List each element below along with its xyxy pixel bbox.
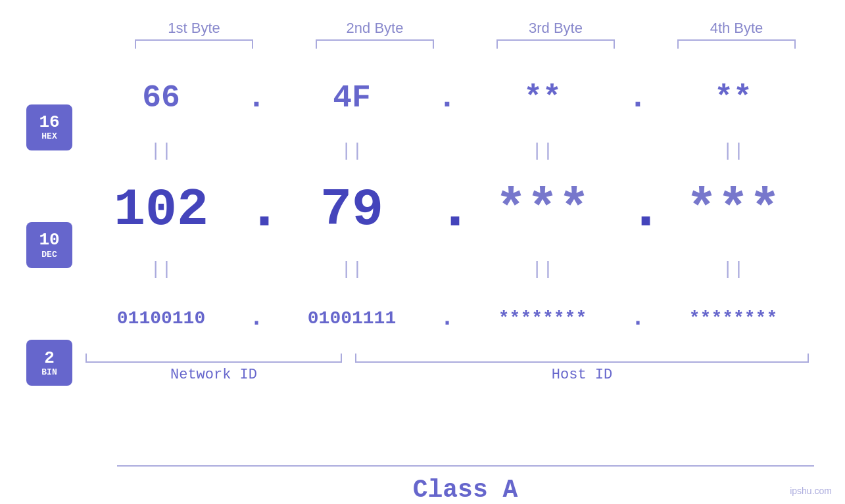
bottom-brackets-container <box>85 354 809 363</box>
bin-row: 01100110 . 01001111 . ******** . *******… <box>85 285 809 351</box>
hex-val-4: ** <box>667 80 799 116</box>
eq2-2: || <box>286 259 418 279</box>
hex-num: 16 <box>39 113 59 132</box>
hex-val-1: 66 <box>95 80 227 116</box>
bracket-2 <box>316 39 434 49</box>
hex-dot-3: . <box>628 80 648 116</box>
hex-val-3: ** <box>477 80 608 116</box>
eq2-1: || <box>95 259 227 279</box>
dec-val-1: 102 <box>95 180 227 240</box>
eq-1: || <box>95 141 227 161</box>
hex-dot-2: . <box>437 80 457 116</box>
dec-label: DEC <box>41 250 57 260</box>
host-bracket <box>355 354 809 363</box>
bracket-3 <box>496 39 615 49</box>
eq-3: || <box>477 141 608 161</box>
bin-val-3: ******** <box>477 308 608 329</box>
content-area: 16 HEX 10 DEC 2 BIN 66 . 4F . ** . ** <box>0 62 845 461</box>
base-labels: 16 HEX 10 DEC 2 BIN <box>0 62 85 461</box>
byte-header-2: 2nd Byte <box>309 20 441 37</box>
bin-dot-2: . <box>437 305 457 332</box>
bin-dot-3: . <box>628 305 648 332</box>
dec-dot-3: . <box>628 176 648 243</box>
watermark: ipshu.com <box>790 486 832 496</box>
dec-dot-1: . <box>247 176 266 243</box>
bin-dot-1: . <box>247 305 266 332</box>
hex-val-2: 4F <box>286 80 418 116</box>
eq2-3: || <box>477 259 608 279</box>
equals-row-2: || || || || <box>85 252 809 285</box>
dec-val-3: *** <box>477 180 608 240</box>
byte-header-3: 3rd Byte <box>490 20 621 37</box>
top-brackets <box>104 39 827 49</box>
bin-val-4: ******** <box>667 308 799 329</box>
dec-badge: 10 DEC <box>26 222 72 268</box>
byte-header-1: 1st Byte <box>128 20 260 37</box>
byte-headers-row: 1st Byte 2nd Byte 3rd Byte 4th Byte <box>104 0 827 37</box>
bin-val-2: 01001111 <box>286 308 418 329</box>
eq-4: || <box>667 141 799 161</box>
network-id-label: Network ID <box>85 367 342 383</box>
bin-label: BIN <box>41 367 57 377</box>
eq-2: || <box>286 141 418 161</box>
dec-val-4: *** <box>667 180 799 240</box>
equals-row-1: || || || || <box>85 134 809 167</box>
hex-badge: 16 HEX <box>26 104 72 150</box>
hex-row: 66 . 4F . ** . ** <box>85 62 809 134</box>
hex-dot-1: . <box>247 80 266 116</box>
bin-badge: 2 BIN <box>26 340 72 386</box>
dec-row: 102 . 79 . *** . *** <box>85 167 809 252</box>
bin-val-1: 01100110 <box>95 308 227 329</box>
bracket-1 <box>135 39 253 49</box>
network-bracket <box>85 354 342 363</box>
class-bar: Class A <box>117 465 814 504</box>
bracket-4 <box>677 39 796 49</box>
id-labels: Network ID Host ID <box>85 367 809 383</box>
dec-num: 10 <box>39 231 59 250</box>
main-container: 1st Byte 2nd Byte 3rd Byte 4th Byte 16 H… <box>0 0 845 504</box>
bin-num: 2 <box>44 349 55 368</box>
byte-header-4: 4th Byte <box>671 20 802 37</box>
class-label: Class A <box>413 476 518 504</box>
eq2-4: || <box>667 259 799 279</box>
host-id-label: Host ID <box>355 367 809 383</box>
dec-val-2: 79 <box>286 180 418 240</box>
dec-dot-2: . <box>437 176 457 243</box>
values-grid: 66 . 4F . ** . ** || || || || 102 <box>85 62 845 461</box>
hex-label: HEX <box>41 131 57 141</box>
